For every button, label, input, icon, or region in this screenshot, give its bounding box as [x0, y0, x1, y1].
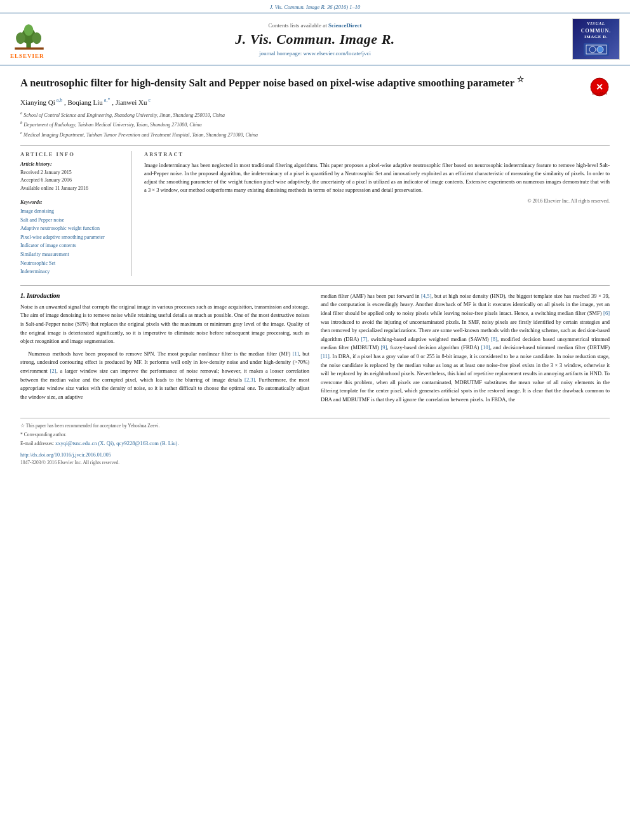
sciencedirect-link[interactable]: ScienceDirect — [328, 22, 361, 29]
sciencedirect-label: Contents lists available at — [269, 22, 327, 29]
email-label: E-mail addresses: — [20, 441, 54, 446]
keyword-3: Adaptive neutrosophic weight function — [20, 224, 123, 233]
keyword-6: Similarity measurement — [20, 250, 123, 259]
keyword-2: Salt and Pepper noise — [20, 216, 123, 225]
page-wrapper: J. Vis. Commun. Image R. 36 (2016) 1–10 … — [0, 0, 630, 840]
issn-line: 1047-3203/© 2016 Elsevier Inc. All right… — [20, 459, 610, 466]
visual-journal-logo: VISUAL COMMUN. IMAGE R. — [572, 18, 620, 60]
svg-text:CrossMark: CrossMark — [592, 91, 608, 95]
footnote-star-symbol: ☆ — [20, 423, 26, 429]
author-3-name: Jianwei Xu — [116, 98, 147, 106]
body-two-col: 1. Introduction Noise is an unwanted sig… — [20, 292, 610, 408]
footnote-corresponding-text: Corresponding author. — [24, 432, 67, 437]
keyword-7: Neutrosophic Set — [20, 259, 123, 268]
history-received: Received 2 January 2015 — [20, 169, 123, 177]
ref-7[interactable]: [7] — [361, 336, 368, 342]
author-2-sup: a,* — [103, 97, 111, 103]
journal-ref-text: J. Vis. Commun. Image R. 36 (2016) 1–10 — [270, 4, 361, 10]
body-left-p2: Numerous methods have been proposed to r… — [20, 350, 309, 402]
abstract-text: Image indeterminacy has been neglected i… — [144, 161, 610, 195]
keywords-label: Keywords: — [20, 199, 123, 205]
body-right-text: median filter (AMF) has been put forward… — [321, 292, 610, 404]
author-1-sup: a,b — [55, 97, 63, 103]
body-divider — [20, 285, 610, 286]
affil-2: b Department of Radiology, Taishan Medic… — [20, 119, 610, 129]
ref-2-3[interactable]: [2,3] — [245, 377, 255, 383]
elsevier-tree-icon — [10, 20, 48, 51]
journal-center-info: Contents lists available at ScienceDirec… — [67, 22, 563, 57]
abstract-heading: ABSTRACT — [144, 151, 610, 157]
author-2-name: Boqiang Liu — [68, 98, 103, 106]
footnote-star-text: This paper has been recommended for acce… — [26, 423, 160, 429]
authors-line: Xianying Qi a,b , Boqiang Liu a,* , Jian… — [20, 97, 610, 106]
svg-text:✕: ✕ — [596, 82, 603, 92]
author-1-name: Xianying Qi — [20, 98, 55, 106]
svg-point-9 — [597, 46, 603, 53]
affil-3: c Medical Imaging Department, Taishan Tu… — [20, 130, 610, 139]
footnote-star: ☆ This paper has been recommended for ac… — [20, 422, 610, 429]
keyword-4: Pixel-wise adaptive smoothing parameter — [20, 233, 123, 242]
body-right-col: median filter (AMF) has been put forward… — [321, 292, 610, 408]
info-abstract-layout: ARTICLE INFO Article history: Received 2… — [20, 151, 610, 276]
sciencedirect-line: Contents lists available at ScienceDirec… — [67, 22, 563, 29]
article-info-heading: ARTICLE INFO — [20, 151, 123, 157]
article-content: A neutrosophic filter for high-density S… — [0, 65, 630, 475]
visual-logo-text: VISUAL COMMUN. IMAGE R. — [581, 21, 612, 57]
svg-point-4 — [24, 24, 34, 36]
ref-11[interactable]: [11] — [321, 353, 330, 359]
history-accepted: Accepted 6 January 2016 — [20, 177, 123, 185]
ref-10[interactable]: [10] — [481, 344, 490, 350]
svg-point-3 — [32, 32, 42, 44]
body-left-col: 1. Introduction Noise is an unwanted sig… — [20, 292, 309, 408]
keyword-1: Image denoising — [20, 207, 123, 216]
ref-1[interactable]: [1] — [293, 350, 299, 357]
abstract-col: ABSTRACT Image indeterminacy has been ne… — [144, 151, 610, 276]
elsevier-logo: ELSEVIER — [10, 20, 67, 59]
journal-homepage-line: journal homepage: www.elsevier.com/locat… — [67, 50, 563, 57]
article-history-label: Article history: — [20, 161, 123, 167]
author-3-sup: c — [147, 97, 151, 103]
ref-6[interactable]: [6] — [603, 310, 610, 316]
ref-8[interactable]: [8] — [491, 336, 497, 342]
body-left-p1: Noise is an unwanted signal that corrupt… — [20, 303, 309, 346]
section-divider-top — [20, 145, 610, 146]
affil-1: a School of Control Science and Engineer… — [20, 110, 610, 119]
footnote-corresponding: * Corresponding author. — [20, 431, 610, 438]
body-right-p1: median filter (AMF) has been put forward… — [321, 292, 610, 404]
svg-point-2 — [16, 32, 25, 44]
detected-one: One — [234, 312, 243, 318]
journal-main-title: J. Vis. Commun. Image R. — [67, 31, 563, 48]
ref-2[interactable]: [2] — [50, 368, 57, 374]
footnotes: ☆ This paper has been recommended for ac… — [20, 418, 610, 466]
keywords-section: Keywords: Image denoising Salt and Peppe… — [20, 199, 123, 276]
doi-links: http://dx.doi.org/10.1016/j.jvcir.2016.0… — [20, 451, 610, 466]
article-title: A neutrosophic filter for high-density S… — [20, 74, 524, 90]
doi-url[interactable]: http://dx.doi.org/10.1016/j.jvcir.2016.0… — [20, 451, 610, 459]
title-row: A neutrosophic filter for high-density S… — [20, 74, 610, 97]
ref-4-5[interactable]: [4,5] — [421, 293, 431, 299]
article-title-text: A neutrosophic filter for high-density S… — [20, 77, 514, 89]
section1-title: 1. Introduction — [20, 292, 309, 299]
svg-rect-5 — [15, 47, 43, 50]
journal-header: ELSEVIER Contents lists available at Sci… — [0, 13, 630, 65]
article-history: Article history: Received 2 January 2015… — [20, 161, 123, 193]
ref-9[interactable]: [9] — [381, 344, 387, 350]
keyword-5: Indicator of image contents — [20, 241, 123, 250]
keyword-8: Indeterminacy — [20, 267, 123, 276]
affiliations: a School of Control Science and Engineer… — [20, 110, 610, 139]
title-star: ☆ — [517, 75, 524, 84]
journal-ref-line: J. Vis. Commun. Image R. 36 (2016) 1–10 — [0, 0, 630, 13]
article-info-col: ARTICLE INFO Article history: Received 2… — [20, 151, 131, 276]
history-available: Available online 11 January 2016 — [20, 185, 123, 193]
footnote-email: E-mail addresses: xxyqi@tsnc.edu.cn (X. … — [20, 439, 610, 448]
journal-right-logo: VISUAL COMMUN. IMAGE R. — [563, 18, 620, 60]
journal-homepage-link[interactable]: journal homepage: www.elsevier.com/locat… — [259, 50, 371, 57]
abstract-copyright: © 2016 Elsevier Inc. All rights reserved… — [144, 198, 610, 204]
elsevier-brand-text: ELSEVIER — [10, 53, 44, 59]
email-addresses[interactable]: xxyqi@tsnc.edu.cn (X. Qi), qcy9228@163.c… — [55, 440, 179, 446]
crossmark-icon: ✕ CrossMark — [589, 77, 610, 97]
body-left-text: Noise is an unwanted signal that corrupt… — [20, 303, 309, 402]
